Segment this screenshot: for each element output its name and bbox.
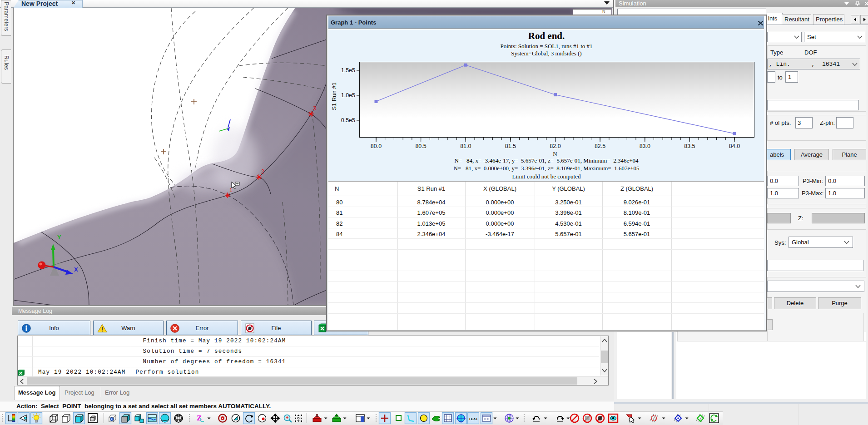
svg-text:S1 Run #1: S1 Run #1 bbox=[331, 82, 337, 110]
svg-text:83.5: 83.5 bbox=[684, 143, 695, 149]
svg-text:82.5: 82.5 bbox=[595, 143, 605, 149]
svg-text:81.5: 81.5 bbox=[505, 143, 516, 149]
svg-text:TEXT: TEXT bbox=[469, 417, 478, 421]
svg-text:1: 1 bbox=[229, 187, 233, 193]
svg-text:3: 3 bbox=[313, 105, 316, 112]
svg-text:0.5e5: 0.5e5 bbox=[341, 117, 355, 124]
svg-text:80.0: 80.0 bbox=[371, 143, 382, 149]
svg-text:83.0: 83.0 bbox=[640, 143, 650, 149]
svg-text:Y: Y bbox=[57, 234, 61, 241]
svg-text:81.0: 81.0 bbox=[460, 143, 471, 149]
svg-text:80.5: 80.5 bbox=[415, 143, 426, 149]
svg-text:1.5e5: 1.5e5 bbox=[341, 67, 355, 74]
svg-text:2: 2 bbox=[261, 168, 264, 175]
svg-text:1.0e5: 1.0e5 bbox=[341, 92, 355, 99]
svg-text:84.0: 84.0 bbox=[729, 143, 740, 149]
svg-text:N: N bbox=[553, 150, 557, 157]
svg-text:82.0: 82.0 bbox=[550, 143, 560, 149]
svg-text:X: X bbox=[74, 266, 78, 273]
